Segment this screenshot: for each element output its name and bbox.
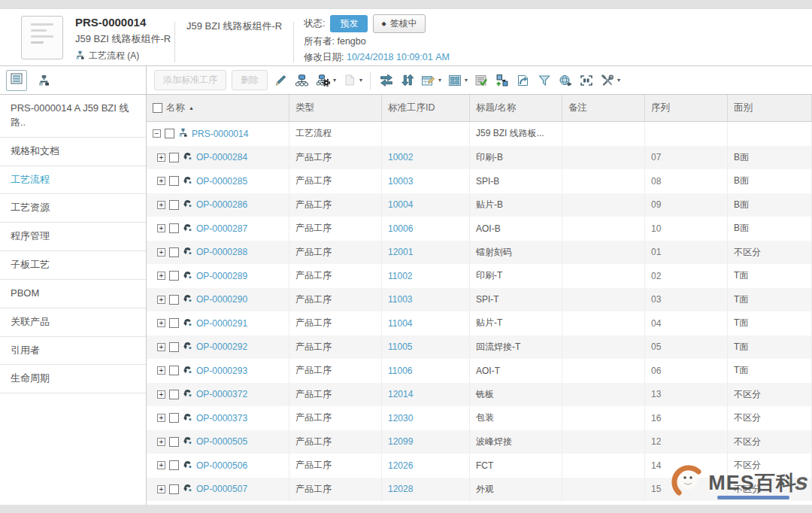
row-op-id-link[interactable]: 11005 [388,341,412,352]
export-icon[interactable] [515,71,531,90]
row-expander[interactable]: + [157,153,165,162]
sidebar-item[interactable]: 工艺资源 [0,194,146,223]
column-header-type[interactable]: 类型 [289,95,382,121]
row-checkbox[interactable] [165,129,174,138]
row-expander[interactable]: + [157,343,165,351]
edit-icon[interactable] [273,71,289,90]
row-expander[interactable]: + [157,485,165,493]
row-checkbox[interactable] [169,390,179,399]
add-items-icon[interactable] [494,71,510,90]
column-header-title[interactable]: 标题/名称 [470,95,562,121]
table-row[interactable]: + OP-0000372 产品工序 12014 铣板 13 不区分 [147,383,812,407]
process-icon[interactable] [36,71,52,90]
reorder-icon[interactable] [378,71,394,90]
row-expander[interactable]: + [157,248,165,256]
frame-icon[interactable] [578,71,594,90]
table-row[interactable]: + OP-0000287 产品工序 10006 AOI-B 10 B面 [147,217,812,241]
row-checkbox[interactable] [169,366,179,375]
row-checkbox[interactable] [169,318,179,328]
row-name-link[interactable]: OP-0000373 [196,413,247,423]
row-op-id-link[interactable]: 11004 [388,318,412,329]
row-checkbox[interactable] [169,295,179,305]
row-op-id-link[interactable]: 11002 [388,271,412,281]
row-expander[interactable]: + [157,272,165,280]
tools-caret-icon[interactable]: ▾ [617,77,620,83]
table-row[interactable]: + OP-0000284 产品工序 10002 印刷-B 07 B面 [147,146,812,170]
row-checkbox[interactable] [169,153,179,162]
row-expander[interactable]: + [157,438,165,446]
globe-icon[interactable] [557,71,573,90]
row-expander[interactable]: + [157,224,165,232]
row-checkbox[interactable] [169,271,179,281]
row-op-id-link[interactable]: 10004 [388,199,413,210]
row-op-id-link[interactable]: 12099 [388,436,413,447]
table-row[interactable]: + OP-0000290 产品工序 11003 SPI-T 03 T面 [147,288,812,312]
row-name-link[interactable]: OP-0000505 [196,436,247,447]
row-name-link[interactable]: OP-0000284 [196,152,247,162]
column-header-side[interactable]: 面别 [728,95,812,121]
hierarchy-icon[interactable] [294,71,310,90]
table-row[interactable]: + OP-0000288 产品工序 12001 镭射刻码 01 不区分 [147,241,812,265]
list-view-toggle-button[interactable] [6,70,27,91]
row-expander[interactable]: + [157,201,165,209]
grid-view-icon[interactable] [447,71,462,90]
row-checkbox[interactable] [169,460,179,470]
column-header-op-id[interactable]: 标准工序ID [382,95,470,121]
row-op-id-link[interactable]: 11006 [388,366,412,376]
table-row[interactable]: + OP-0000505 产品工序 12099 波峰焊接 12 不区分 [147,430,812,454]
add-standard-operation-button[interactable]: 添加标准工序 [154,70,226,90]
row-expander[interactable]: + [157,366,165,375]
row-op-id-link[interactable]: 12030 [388,413,413,423]
table-edit-icon[interactable] [420,71,436,90]
table-row[interactable]: + OP-0000291 产品工序 11004 贴片-T 04 T面 [147,311,812,335]
row-op-id-link[interactable]: 10002 [388,152,413,162]
table-row[interactable]: + OP-0000286 产品工序 10004 贴片-B 09 B面 [147,193,812,217]
table-row[interactable]: + OP-0000292 产品工序 11005 回流焊接-T 05 T面 [147,335,812,360]
column-header-name[interactable]: 名称 ▲ [147,95,289,121]
row-name-link[interactable]: OP-0000288 [196,247,247,257]
row-op-id-link[interactable]: 10003 [388,176,413,187]
paste-icon[interactable] [341,71,357,90]
row-checkbox[interactable] [169,342,179,352]
row-expander[interactable]: + [157,296,165,304]
grid-view-caret-icon[interactable]: ▾ [465,77,468,83]
tools-icon[interactable] [599,71,615,90]
row-expander[interactable]: + [157,414,165,422]
row-checkbox[interactable] [169,413,179,423]
row-name-link[interactable]: OP-0000292 [196,341,247,352]
renumber-icon[interactable] [399,71,415,90]
row-op-id-link[interactable]: 12028 [388,484,413,494]
row-expander[interactable]: + [157,390,165,399]
row-name-link[interactable]: OP-0000289 [196,271,247,281]
row-expander[interactable]: − [153,129,161,138]
record-thumbnail[interactable] [21,16,63,59]
table-row[interactable]: + OP-0000285 产品工序 10003 SPI-B 08 B面 [147,169,812,193]
checklist-icon[interactable] [473,71,489,90]
row-op-id-link[interactable]: 12014 [388,389,413,399]
row-name-link[interactable]: OP-0000506 [196,460,247,471]
select-all-checkbox[interactable] [153,103,162,113]
signoff-button[interactable]: ◆ 签核中 [373,14,425,33]
row-expander[interactable]: + [157,177,165,185]
row-name-link[interactable]: OP-0000286 [196,199,247,210]
row-name-link[interactable]: PRS-0000014 [192,129,248,139]
table-row[interactable]: + OP-0000373 产品工序 12030 包装 16 不区分 [147,406,812,430]
table-edit-caret-icon[interactable]: ▾ [438,77,441,83]
row-name-link[interactable]: OP-0000287 [196,223,247,234]
sidebar-item[interactable]: 工艺流程 [0,166,146,195]
sidebar-item[interactable]: 关联产品 [0,308,146,337]
sidebar-item[interactable]: PRS-0000014 A J59 BZI 线路.. [0,95,146,138]
hierarchy-settings-caret-icon[interactable]: ▾ [333,77,336,83]
sidebar-item[interactable]: 程序管理 [0,223,146,251]
table-row[interactable]: − PRS-0000014 工艺流程 J59 BZI 线路板... [147,122,812,146]
paste-caret-icon[interactable]: ▾ [359,77,362,83]
sidebar-item[interactable]: 规格和文档 [0,138,146,166]
table-row[interactable]: + OP-0000293 产品工序 11006 AOI-T 06 T面 [147,359,812,383]
sidebar-item[interactable]: 生命周期 [0,365,146,393]
hierarchy-settings-icon[interactable] [315,71,331,90]
row-checkbox[interactable] [169,484,179,494]
row-expander[interactable]: + [157,319,165,327]
row-op-id-link[interactable]: 12001 [388,247,413,257]
row-checkbox[interactable] [169,223,179,233]
filter-icon[interactable] [536,71,552,90]
